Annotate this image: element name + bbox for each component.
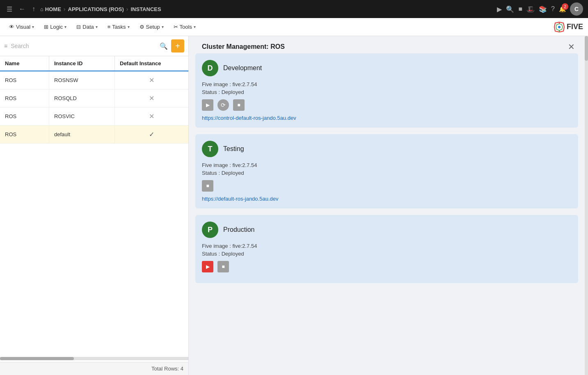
- row3-name: ROS: [0, 107, 49, 125]
- breadcrumb: ⌂ HOME › APPLICATIONS (ROS) › INSTANCES: [40, 6, 494, 12]
- left-panel: ≡ 🔍 + Name Instance ID Default Instance …: [0, 36, 189, 375]
- cluster-name-development: Development: [223, 64, 262, 72]
- row1-default: ✕: [115, 71, 188, 89]
- toolbar-setup[interactable]: ⚙ Setup ▾: [135, 21, 168, 32]
- row2-name: ROS: [0, 89, 49, 107]
- setup-icon: ⚙: [140, 24, 144, 30]
- table-row[interactable]: ROS ROSNSW ✕: [0, 71, 188, 89]
- check-icon: ✓: [149, 130, 154, 138]
- breadcrumb-applications[interactable]: APPLICATIONS (ROS): [68, 6, 124, 12]
- agent-btn[interactable]: 🎩: [526, 5, 535, 13]
- cluster-card-header-development: D Development: [202, 60, 572, 76]
- cluster-stop-btn-testing[interactable]: ■: [202, 180, 213, 192]
- help-btn[interactable]: ?: [551, 5, 555, 13]
- tasks-arrow: ▾: [128, 25, 130, 29]
- right-panel-scrollbar[interactable]: [585, 36, 588, 375]
- col-instance-id: Instance ID: [49, 56, 115, 71]
- col-name: Name: [0, 56, 49, 71]
- svg-point-2: [558, 26, 561, 28]
- data-arrow: ▾: [96, 25, 98, 29]
- table-row-selected[interactable]: ROS default ✓: [0, 126, 188, 144]
- x-icon: ✕: [149, 94, 154, 102]
- cluster-actions-production: ▶ ■: [202, 261, 572, 272]
- cluster-image-production: Five image : five:2.7.54: [202, 243, 572, 249]
- cluster-card-header-testing: T Testing: [202, 141, 572, 157]
- scrollbar-thumb-right[interactable]: [585, 36, 588, 61]
- toolbar-data[interactable]: ⊟ Data ▾: [72, 21, 101, 32]
- top-nav-right: ▶ 🔍 ■ 🎩 📚 ? 🔔 2 C: [497, 2, 583, 16]
- up-icon[interactable]: ↑: [30, 4, 37, 14]
- menu-icon[interactable]: ☰: [5, 4, 14, 15]
- cluster-image-development: Five image : five:2.7.54: [202, 81, 572, 87]
- tools-icon: ✂: [174, 24, 178, 30]
- cluster-stop-btn-production[interactable]: ■: [217, 261, 229, 272]
- breadcrumb-sep-2: ›: [126, 6, 128, 12]
- table-row[interactable]: ROS ROSVIC ✕: [0, 107, 188, 126]
- row2-instance-id: ROSQLD: [49, 89, 115, 107]
- horizontal-scrollbar[interactable]: [0, 357, 188, 360]
- add-button[interactable]: +: [171, 39, 184, 53]
- cluster-avatar-testing: T: [202, 141, 218, 157]
- home-icon: ⌂: [40, 6, 43, 12]
- breadcrumb-sep-1: ›: [64, 6, 66, 12]
- row4-default: ✓: [115, 126, 188, 143]
- toolbar-logic[interactable]: ⊞ Logic ▾: [40, 21, 71, 32]
- scrollbar-thumb[interactable]: [0, 357, 74, 360]
- breadcrumb-home[interactable]: ⌂ HOME: [40, 6, 61, 12]
- right-panel-titlebar: Cluster Management: ROS ✕: [189, 36, 585, 53]
- table-header: Name Instance ID Default Instance: [0, 56, 188, 71]
- total-rows: Total Rows: 4: [151, 366, 183, 372]
- cluster-link-testing[interactable]: https://default-ros-jando.5au.dev: [202, 196, 572, 202]
- cluster-stop-btn-development[interactable]: ■: [233, 99, 245, 111]
- row1-name: ROS: [0, 71, 49, 89]
- close-button[interactable]: ✕: [565, 40, 578, 53]
- cluster-card-development: D Development Five image : five:2.7.54 S…: [195, 53, 578, 128]
- notification-bell[interactable]: 🔔 2: [559, 6, 566, 12]
- visual-arrow: ▾: [32, 25, 34, 29]
- cluster-play-btn-development[interactable]: ▶: [202, 99, 213, 111]
- cluster-play-btn-production[interactable]: ▶: [202, 261, 213, 272]
- data-table: Name Instance ID Default Instance ROS RO…: [0, 56, 188, 355]
- search-input[interactable]: [11, 43, 156, 49]
- logic-arrow: ▾: [64, 25, 66, 29]
- toolbar-tools[interactable]: ✂ Tools ▾: [169, 21, 200, 32]
- cluster-card-header-production: P Production: [202, 222, 572, 238]
- row1-instance-id: ROSNSW: [49, 71, 115, 89]
- setup-arrow: ▾: [162, 25, 164, 29]
- cluster-avatar-development: D: [202, 60, 218, 76]
- table-row[interactable]: ROS ROSQLD ✕: [0, 89, 188, 107]
- user-avatar[interactable]: C: [570, 2, 583, 16]
- cluster-name-testing: Testing: [223, 145, 244, 153]
- row2-default: ✕: [115, 89, 188, 107]
- cluster-lens-btn-development[interactable]: ⟳: [217, 99, 229, 111]
- top-navbar: ☰ ← ↑ ⌂ HOME › APPLICATIONS (ROS) › INST…: [0, 0, 588, 18]
- back-icon[interactable]: ←: [17, 4, 27, 14]
- cluster-actions-testing: ■: [202, 180, 572, 192]
- table-footer: Total Rows: 4: [0, 362, 188, 375]
- visual-icon: 👁: [9, 24, 14, 30]
- secondary-toolbar: 👁 Visual ▾ ⊞ Logic ▾ ⊟ Data ▾ ≡ Tasks ▾ …: [0, 18, 588, 36]
- play-btn[interactable]: ▶: [497, 5, 502, 13]
- breadcrumb-instances[interactable]: INSTANCES: [130, 6, 161, 12]
- toolbar-tasks[interactable]: ≡ Tasks ▾: [103, 21, 134, 32]
- search-btn[interactable]: 🔍: [506, 5, 514, 13]
- filter-icon: ≡: [4, 43, 7, 49]
- stop-btn[interactable]: ■: [518, 5, 522, 13]
- main-content: ≡ 🔍 + Name Instance ID Default Instance …: [0, 36, 588, 375]
- toolbar-visual[interactable]: 👁 Visual ▾: [5, 21, 38, 32]
- search-icon[interactable]: 🔍: [160, 42, 168, 50]
- cluster-image-testing: Five image : five:2.7.54: [202, 162, 572, 168]
- notification-count: 2: [562, 3, 568, 10]
- search-bar: ≡ 🔍 +: [0, 36, 188, 56]
- panel-title: Cluster Management: ROS: [195, 43, 291, 50]
- cluster-card-production: P Production Five image : five:2.7.54 St…: [195, 215, 578, 283]
- logic-icon: ⊞: [44, 24, 48, 30]
- cluster-actions-development: ▶ ⟳ ■: [202, 99, 572, 111]
- row3-instance-id: ROSVIC: [49, 107, 115, 125]
- x-icon: ✕: [149, 76, 154, 84]
- x-icon: ✕: [149, 112, 154, 120]
- library-btn[interactable]: 📚: [539, 5, 547, 13]
- cluster-avatar-production: P: [202, 222, 218, 238]
- cluster-link-development[interactable]: https://control-default-ros-jando.5au.de…: [202, 115, 572, 121]
- right-panel-outer: Cluster Management: ROS ✕ D Development …: [189, 36, 585, 375]
